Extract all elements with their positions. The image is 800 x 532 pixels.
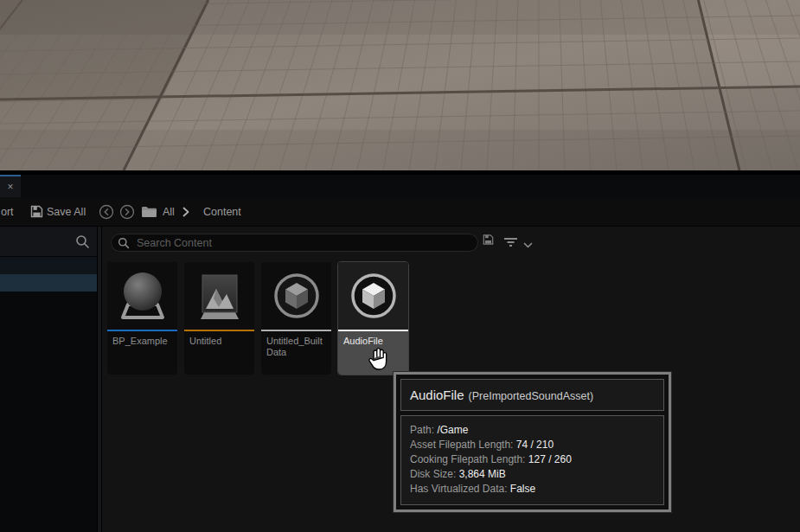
asset-label: Untitled_Built Data xyxy=(261,331,331,375)
asset-thumbnail xyxy=(107,262,177,330)
data-asset-icon xyxy=(349,272,398,320)
tooltip-title: AudioFile(PreImportedSoundAsset) xyxy=(400,379,664,411)
filter-icon[interactable] xyxy=(503,235,518,251)
tooltip-row-disk-size: Disk Size: 3,864 MiB xyxy=(410,467,655,482)
content-browser-toolbar: ort Save All All Content xyxy=(0,197,800,227)
folder-tree-row-selected[interactable] xyxy=(0,274,97,292)
asset-thumbnail xyxy=(338,262,408,330)
hand-cursor xyxy=(366,344,392,375)
tooltip-row-asset-filepath: Asset Filepath Length: 74 / 210 xyxy=(410,438,655,452)
tooltip-row-cooking-filepath: Cooking Filepath Length: 127 / 260 xyxy=(410,452,655,467)
asset-tile-bp-example[interactable]: BP_Example xyxy=(107,262,177,375)
close-icon[interactable]: × xyxy=(7,182,13,192)
blueprint-sphere-icon xyxy=(118,269,168,323)
tooltip-row-path: Path: /Game xyxy=(410,423,655,438)
level-viewport[interactable] xyxy=(0,0,800,170)
asset-thumbnail xyxy=(261,262,331,330)
sources-panel xyxy=(0,227,97,532)
search-icon xyxy=(118,237,130,249)
search-content-input[interactable] xyxy=(135,236,471,250)
chevron-down-icon[interactable] xyxy=(523,237,533,253)
sources-panel-header xyxy=(0,227,97,257)
level-icon xyxy=(195,270,244,322)
content-browser-tab-bar: × xyxy=(0,175,800,197)
tooltip-details: Path: /Game Asset Filepath Length: 74 / … xyxy=(400,415,664,505)
asset-tile-built-data[interactable]: Untitled_Built Data xyxy=(261,262,331,375)
breadcrumb-all[interactable]: All xyxy=(163,197,175,226)
asset-tooltip: AudioFile(PreImportedSoundAsset) Path: /… xyxy=(394,372,671,512)
asset-label: Untitled xyxy=(184,331,254,375)
import-button-clipped[interactable]: ort xyxy=(1,197,14,226)
data-asset-icon xyxy=(272,272,321,320)
search-icon[interactable] xyxy=(75,234,90,253)
viewport-grid xyxy=(0,0,800,170)
save-all-icon xyxy=(30,197,43,226)
tooltip-asset-name: AudioFile xyxy=(410,388,464,402)
breadcrumb-content[interactable]: Content xyxy=(203,197,241,226)
tooltip-asset-class: (PreImportedSoundAsset) xyxy=(469,390,594,402)
back-button[interactable] xyxy=(99,197,114,226)
save-all-button[interactable]: Save All xyxy=(47,197,86,226)
asset-tile-untitled[interactable]: Untitled xyxy=(184,262,254,375)
tooltip-row-virtualized: Has Virtualized Data: False xyxy=(410,482,655,497)
asset-label: BP_Example xyxy=(107,331,177,375)
chevron-right-icon xyxy=(182,197,190,226)
search-content-bar[interactable] xyxy=(111,234,478,252)
forward-button[interactable] xyxy=(119,197,135,226)
folder-icon xyxy=(141,197,157,226)
content-browser-tab[interactable]: × xyxy=(0,175,21,197)
folder-tree-row[interactable] xyxy=(0,257,97,274)
asset-thumbnail xyxy=(184,262,254,330)
save-search-icon[interactable] xyxy=(483,234,494,249)
